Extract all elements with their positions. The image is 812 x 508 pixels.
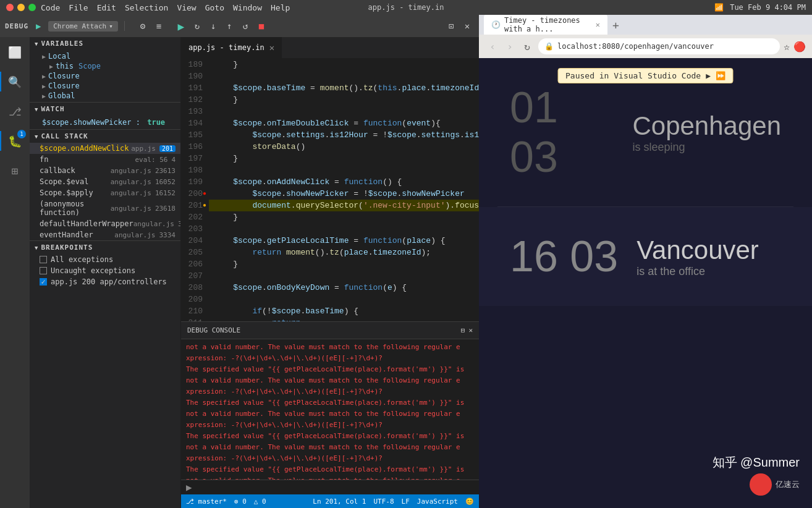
vancouver-status: is at the office: [636, 265, 759, 278]
var-this-name: this: [56, 62, 74, 70]
continue-button[interactable]: ▶: [174, 19, 188, 33]
var-global-name: Global: [48, 91, 75, 100]
stop-button[interactable]: ■: [255, 19, 268, 33]
activity-extensions[interactable]: ⊞: [5, 161, 25, 180]
bp-all-exceptions-checkbox[interactable]: [40, 256, 47, 263]
debug-toolbar: DEBUG ▶ Chrome Attach ▾ ⚙ ≡ ▶ ↻ ↓ ↑ ↺ ■ …: [0, 15, 479, 37]
code-line-189: }: [209, 59, 479, 70]
cs-callback-file: angular.js: [111, 167, 151, 175]
var-this[interactable]: ▶ this Scope: [30, 61, 180, 71]
cs-scopeapply-name: Scope.$apply: [40, 188, 93, 197]
cursor-position: Ln 201, Col 1: [313, 497, 366, 506]
activity-search[interactable]: 🔍: [5, 72, 25, 91]
address-bar[interactable]: 🔒 localhost:8080/copenhagen/vancouver: [538, 38, 780, 54]
callstack-item-active[interactable]: $scope.onAddNewClick app.js 201: [30, 143, 180, 154]
menu-file[interactable]: File: [69, 3, 88, 12]
cs-fn-line: 4: [171, 156, 176, 164]
line-197: 197: [181, 153, 203, 164]
callstack-header[interactable]: ▼ CALL STACK: [30, 130, 180, 143]
bp-all-exceptions[interactable]: All exceptions: [30, 254, 180, 265]
debug-badge: 1: [17, 130, 26, 138]
editor-layout-button[interactable]: ⊡: [444, 19, 458, 33]
menu-edit[interactable]: Edit: [97, 3, 116, 12]
bp-uncaught-exceptions-label: Uncaught exceptions: [51, 266, 135, 275]
bp-uncaught-exceptions-checkbox[interactable]: [40, 267, 47, 274]
extensions-icon[interactable]: 🔴: [793, 41, 806, 53]
minimize-button[interactable]: [17, 4, 25, 11]
debug-play-button[interactable]: ▶: [32, 20, 44, 32]
var-global[interactable]: ▶ Global: [30, 91, 180, 101]
activity-scm[interactable]: ⎇: [5, 101, 25, 121]
callstack-item-scopeeval[interactable]: Scope.$eval angular.js 16052: [30, 176, 180, 187]
cs-active-line: 201: [159, 145, 176, 152]
maximize-button[interactable]: [28, 4, 36, 11]
breakpoints-header[interactable]: ▼ BREAKPOINTS: [30, 241, 180, 254]
menu-window[interactable]: Window: [233, 3, 262, 12]
console-input[interactable]: [195, 483, 474, 492]
menu-selection[interactable]: Selection: [125, 3, 168, 12]
bp-appjs[interactable]: ✓ app.js 200 app/controllers: [30, 276, 180, 287]
activity-explorer[interactable]: ⬜: [5, 42, 25, 62]
debug-split-button[interactable]: ≡: [152, 19, 166, 33]
callstack-item-scopeapply[interactable]: Scope.$apply angular.js 16152: [30, 187, 180, 198]
wifi-icon: 📶: [714, 3, 724, 12]
sidebar: ▼ VARIABLES ▶ Local ▶ this Scope: [30, 37, 181, 508]
browser-tab-timey[interactable]: 🕐 Timey - timezones with a h... ✕: [484, 15, 607, 36]
tab-close-icon[interactable]: ✕: [269, 43, 274, 53]
var-local-name: Local: [48, 52, 70, 61]
star-icon[interactable]: ☆: [784, 41, 790, 53]
callstack-item-anon[interactable]: (anonymous function) angular.js 23618: [30, 198, 180, 218]
back-button[interactable]: ‹: [485, 39, 500, 54]
var-closure1[interactable]: ▶ Closure: [30, 71, 180, 81]
callstack-item-callback[interactable]: callback angular.js 23613: [30, 165, 180, 176]
console-message-5b: not a valid number. The value must match…: [186, 475, 474, 480]
bp-appjs-label: app.js 200 app/controllers: [51, 277, 167, 286]
close-debug-button[interactable]: ✕: [460, 19, 474, 33]
clear-console-icon[interactable]: ⊟: [461, 326, 465, 334]
browser-tab-close-icon[interactable]: ✕: [596, 20, 600, 29]
callstack-item-eventhandler[interactable]: eventHandler angular.js 3334: [30, 229, 180, 240]
menu-code[interactable]: Code: [41, 3, 60, 12]
editor-tab-appjs[interactable]: app.js - timey.in ✕: [181, 37, 282, 58]
cs-scopeeval-line: 16052: [155, 178, 176, 186]
system-status-icons: 📶: [714, 3, 724, 12]
step-out-button[interactable]: ↑: [222, 19, 236, 33]
paused-play-icon[interactable]: ▶: [706, 71, 711, 80]
watch-content: $scope.showNewPicker : true: [30, 116, 180, 129]
close-console-icon[interactable]: ✕: [468, 326, 473, 334]
menu-goto[interactable]: Goto: [205, 3, 224, 12]
cs-scopeeval-right: angular.js 16052: [111, 178, 176, 186]
eol: LF: [402, 497, 410, 506]
variables-header[interactable]: ▼ VARIABLES: [30, 37, 180, 50]
line-192: 192: [181, 94, 203, 106]
line-189: 189: [181, 59, 203, 70]
activity-debug[interactable]: 🐛 1: [5, 131, 25, 151]
code-content[interactable]: 189 190 191 192 193 194 195 196 197 198: [181, 59, 479, 321]
code-line-192: }: [209, 94, 479, 106]
new-tab-button[interactable]: +: [612, 19, 619, 32]
callstack-item-defaulthandler[interactable]: defaultHandlerWrapper angular.js 3346: [30, 218, 180, 229]
bp-appjs-checkbox[interactable]: ✓: [40, 278, 47, 286]
menu-view[interactable]: View: [177, 3, 196, 12]
callstack-item-fn[interactable]: fn eval: 56 4: [30, 154, 180, 165]
close-button[interactable]: [6, 4, 14, 11]
code-line-201: document.querySelector('.new-city-input'…: [209, 200, 479, 211]
debug-settings-button[interactable]: ⚙: [136, 19, 150, 33]
var-local[interactable]: ▶ Local: [30, 51, 180, 61]
watch-header[interactable]: ▼ WATCH: [30, 103, 180, 116]
menu-help[interactable]: Help: [271, 3, 290, 12]
line-195: 195: [181, 129, 203, 141]
step-into-button[interactable]: ↓: [206, 19, 220, 33]
code-line-202: }: [209, 211, 479, 223]
debug-attach-button[interactable]: Chrome Attach ▾: [48, 21, 118, 32]
step-over-button[interactable]: ↻: [190, 19, 204, 33]
restart-button[interactable]: ↺: [239, 19, 252, 33]
paused-step-icon[interactable]: ⏩: [716, 71, 725, 80]
line-206: 206: [181, 258, 203, 270]
console-input-row[interactable]: ▶: [181, 480, 479, 494]
refresh-button[interactable]: ↻: [520, 39, 535, 54]
bp-uncaught-exceptions[interactable]: Uncaught exceptions: [30, 265, 180, 276]
watermark-platform: 亿速云: [776, 479, 800, 490]
forward-button[interactable]: ›: [502, 39, 517, 54]
var-closure2[interactable]: ▶ Closure: [30, 81, 180, 91]
